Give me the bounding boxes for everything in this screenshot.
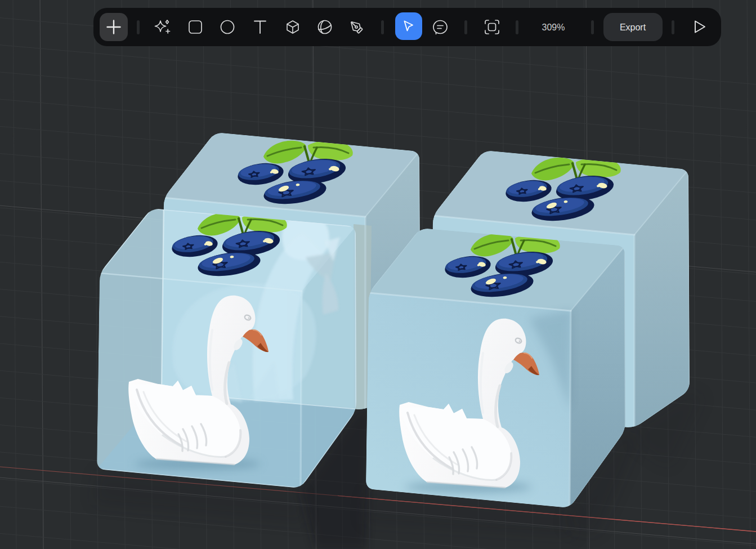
svg-text:309%: 309% xyxy=(542,23,565,32)
svg-text:Export: Export xyxy=(620,23,646,32)
